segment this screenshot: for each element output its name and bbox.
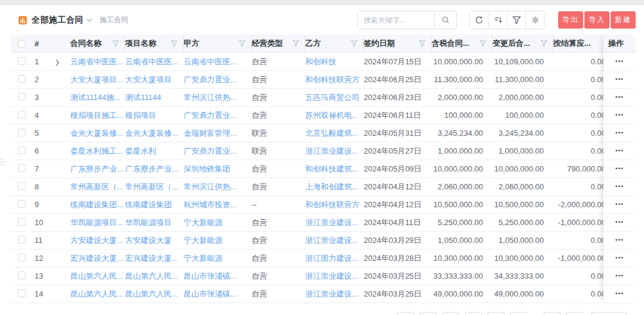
contract-name-link[interactable]: 常州高新区（... [70,182,125,192]
table-row[interactable]: 1 ❯ 云南省中医医... 云南省中医医... 云南省中医医... 自营 和创科… [11,53,636,71]
contract-name-link[interactable]: 华凯能源项目... [70,217,125,228]
party-b-link[interactable]: 浙江崇业建设... [305,289,364,300]
search-input[interactable] [358,11,434,29]
table-row[interactable]: 7 广东寮步产业... 广东寮步产业... 深圳地铁集团 自营 和创科技建筑..… [11,160,636,178]
row-actions-button[interactable]: ••• [615,113,624,118]
party-a-link[interactable]: 宁大新能源 [184,217,252,228]
party-b-link[interactable]: 和创科技建筑... [305,164,364,174]
row-checkbox[interactable] [18,182,26,190]
party-a-link[interactable]: 深圳地铁集团 [184,164,252,174]
party-a-link[interactable]: 广安鼎力置业... [184,146,252,157]
import-button[interactable]: 导入 [584,11,609,29]
refresh-button[interactable] [470,11,488,29]
row-actions-button[interactable]: ••• [615,291,624,297]
row-checkbox[interactable] [18,272,26,279]
contract-name-link[interactable]: 大安大厦项目... [70,74,125,85]
contract-name-link[interactable]: 方安建设大厦... [70,235,125,246]
row-actions-button[interactable]: ••• [615,255,624,261]
project-name-link[interactable]: 模拟项目 [125,110,184,121]
project-name-link[interactable]: 云南省中医医... [125,57,184,67]
column-filter-icon[interactable] [292,40,299,47]
chevron-down-icon[interactable] [86,18,92,23]
project-name-link[interactable]: 测试11144 [125,92,184,103]
party-a-link[interactable]: 昆山市张浦镇... [184,289,252,300]
table-row[interactable]: 10 华凯能源项目... 华凯能源项目 宁大新能源 自营 浙江崇业建设... 2… [11,214,636,232]
party-a-link[interactable]: 常州滨江供热... [184,182,252,192]
table-row[interactable]: 11 方安建设大厦... 方安建设大厦 宁大新能源 自营 浙江崇业建设... 2… [11,232,636,249]
table-row[interactable]: 5 金光大厦装修... 金光大厦装修... 金瑞财富管理... 联营 北京弘毅建… [11,124,636,142]
row-checkbox[interactable] [18,254,26,261]
column-filter-icon[interactable] [351,40,358,47]
select-all-checkbox[interactable] [18,40,26,48]
search-button[interactable] [434,11,456,29]
row-actions-button[interactable]: ••• [615,166,624,171]
row-checkbox[interactable] [18,93,26,101]
party-a-link[interactable]: 广安鼎力置业... [184,110,252,121]
contract-name-link[interactable]: 模拟项目施工... [70,110,125,121]
row-actions-button[interactable]: ••• [615,184,624,189]
expand-row-icon[interactable]: ❯ [55,59,60,66]
table-row[interactable]: 4 模拟项目施工... 模拟项目 广安鼎力置业... 自营 苏州双禄机电... … [11,107,636,124]
pagination-partial[interactable] [391,312,626,315]
party-a-link[interactable]: 云南省中医医... [184,57,252,67]
row-checkbox[interactable] [18,236,26,244]
row-checkbox[interactable] [18,200,26,208]
filter-button[interactable] [507,11,525,29]
column-filter-icon[interactable] [239,40,246,47]
party-a-link[interactable]: 宁大新能源 [184,235,252,246]
party-a-link[interactable]: 广安鼎力置业... [184,74,252,85]
row-actions-button[interactable]: ••• [615,273,624,279]
row-checkbox[interactable] [18,129,26,136]
contract-name-link[interactable]: 云南省中医医... [70,57,125,67]
row-checkbox[interactable] [18,111,26,118]
table-row[interactable]: 6 娄星水利施工... 娄星水利 广安鼎力置业... 联营 浙江崇业建设... … [11,142,636,160]
party-b-link[interactable]: 和创科技联营方 [305,74,364,85]
column-filter-icon[interactable] [171,40,178,47]
party-b-link[interactable]: 浙江崇业建设... [305,217,364,228]
table-row[interactable]: 2 大安大厦项目... 大安大厦项目 广安鼎力置业... 自营 和创科技联营方 … [11,71,636,89]
party-b-link[interactable]: 浙江崇业建设... [305,146,364,157]
project-name-link[interactable]: 广东寮步产业... [125,164,184,174]
table-row[interactable]: 14 昆山第六人民... 昆山第六人民... 昆山市张浦镇... 自营 浙江崇业… [11,285,636,303]
row-checkbox[interactable] [18,164,26,172]
row-checkbox[interactable] [18,57,26,65]
party-b-link[interactable]: 五匹马商贸公司 [305,92,364,103]
table-row[interactable]: 3 测试11144施... 测试11144 常州滨江供热... 自营 五匹马商贸… [11,89,636,107]
contract-name-link[interactable]: 测试11144施... [70,92,125,103]
project-name-link[interactable]: 昆山第六人民... [125,271,184,282]
row-checkbox[interactable] [18,218,26,226]
row-checkbox[interactable] [18,289,26,297]
table-row[interactable]: 13 昆山第六人民... 昆山第六人民... 昆山市张浦镇... 自营 浙江崇业… [11,267,636,285]
row-actions-button[interactable]: ••• [615,202,624,207]
row-actions-button[interactable]: ••• [615,95,624,100]
project-name-link[interactable]: 昆山第六人民... [125,289,184,300]
project-name-link[interactable]: 娄星水利 [125,146,184,157]
project-name-link[interactable]: 方安建设大厦 [125,235,184,246]
row-checkbox[interactable] [18,146,26,154]
create-button[interactable]: 新建 [611,11,636,29]
project-name-link[interactable]: 金光大厦装修... [125,128,184,139]
row-actions-button[interactable]: ••• [615,130,624,136]
party-b-link[interactable]: 苏州双禄机电... [305,110,364,121]
table-row[interactable]: 9 练南建设集团... 练南建设集团 杭州城市投资... -- 和创科技联营方 … [11,196,636,214]
party-a-link[interactable]: 金瑞财富管理... [184,128,252,139]
row-actions-button[interactable]: ••• [615,59,624,64]
contract-name-link[interactable]: 昆山第六人民... [70,289,125,300]
party-b-link[interactable]: 上海和创建筑... [305,182,364,192]
party-b-link[interactable]: 浙江崇业建设... [305,271,364,282]
row-checkbox[interactable] [18,75,26,83]
row-actions-button[interactable]: ••• [615,148,624,154]
party-b-link[interactable]: 和创科技 [305,57,364,67]
project-name-link[interactable]: 练南建设集团 [125,199,184,210]
contract-name-link[interactable]: 金光大厦装修... [70,128,125,139]
table-row[interactable]: 8 常州高新区（... 常州高新区（... 常州滨江供热... 自营 上海和创建… [11,178,636,196]
party-a-link[interactable]: 杭州城市投资... [184,199,252,210]
column-filter-icon[interactable] [479,40,487,47]
contract-name-link[interactable]: 宏兴建设大厦... [70,253,125,264]
party-b-link[interactable]: 和创科技联营方 [305,199,364,210]
contract-name-link[interactable]: 练南建设集团... [70,199,125,210]
settings-button[interactable] [525,11,544,29]
export-button[interactable]: 导出 [558,11,583,29]
row-actions-button[interactable]: ••• [615,220,624,225]
contract-name-link[interactable]: 娄星水利施工... [70,146,125,157]
